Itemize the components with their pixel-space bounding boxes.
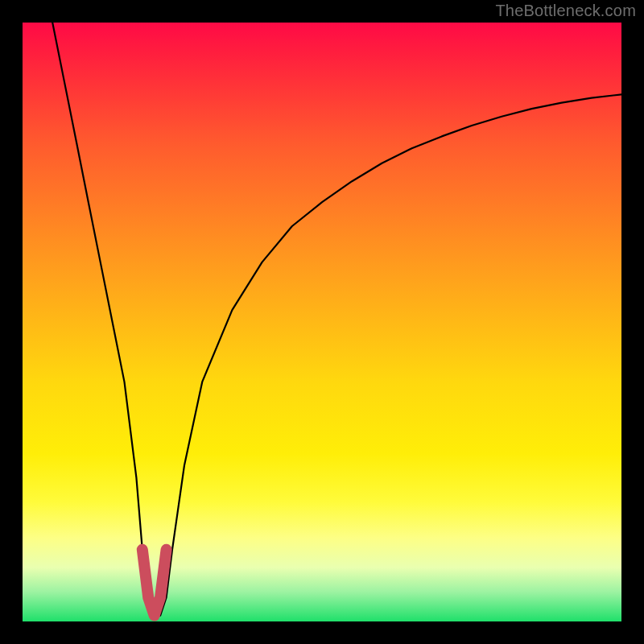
valley-marker: [142, 550, 167, 616]
chart-svg: [23, 23, 621, 621]
attribution-label: TheBottleneck.com: [495, 2, 636, 20]
chart-frame: TheBottleneck.com: [0, 0, 644, 644]
plot-area: [23, 23, 621, 621]
bottleneck-curve: [52, 23, 621, 616]
